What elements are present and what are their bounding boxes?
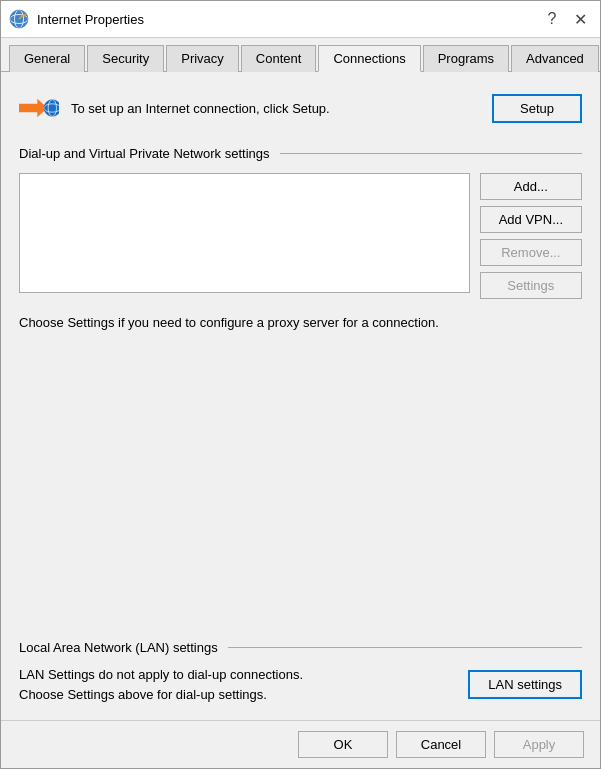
internet-properties-icon bbox=[9, 9, 29, 29]
remove-button[interactable]: Remove... bbox=[480, 239, 582, 266]
close-button[interactable]: ✕ bbox=[568, 7, 592, 31]
lan-section-label: Local Area Network (LAN) settings bbox=[19, 640, 218, 655]
vpn-area: Add... Add VPN... Remove... Settings bbox=[19, 173, 582, 299]
lan-text-line1: LAN Settings do not apply to dial-up con… bbox=[19, 667, 303, 682]
lan-description: LAN Settings do not apply to dial-up con… bbox=[19, 665, 458, 704]
tab-bar: General Security Privacy Content Connect… bbox=[1, 38, 600, 72]
lan-text-line2: Choose Settings above for dial-up settin… bbox=[19, 687, 267, 702]
settings-note: Choose Settings if you need to configure… bbox=[19, 315, 582, 330]
lan-section: Local Area Network (LAN) settings LAN Se… bbox=[19, 634, 582, 704]
tab-connections[interactable]: Connections bbox=[318, 45, 420, 72]
settings-button[interactable]: Settings bbox=[480, 272, 582, 299]
title-bar: Internet Properties ? ✕ bbox=[1, 1, 600, 38]
add-button[interactable]: Add... bbox=[480, 173, 582, 200]
tab-general[interactable]: General bbox=[9, 45, 85, 72]
ok-button[interactable]: OK bbox=[298, 731, 388, 758]
internet-properties-window: Internet Properties ? ✕ General Security… bbox=[0, 0, 601, 769]
tab-programs[interactable]: Programs bbox=[423, 45, 509, 72]
setup-description: To set up an Internet connection, click … bbox=[71, 101, 480, 116]
help-button[interactable]: ? bbox=[540, 7, 564, 31]
lan-section-header: Local Area Network (LAN) settings bbox=[19, 640, 582, 655]
apply-button[interactable]: Apply bbox=[494, 731, 584, 758]
tab-security[interactable]: Security bbox=[87, 45, 164, 72]
connection-icon bbox=[19, 88, 59, 128]
tab-advanced[interactable]: Advanced bbox=[511, 45, 599, 72]
svg-marker-6 bbox=[19, 99, 47, 117]
setup-button[interactable]: Setup bbox=[492, 94, 582, 123]
window-title: Internet Properties bbox=[37, 12, 540, 27]
dialup-section-label: Dial-up and Virtual Private Network sett… bbox=[19, 146, 270, 161]
lan-section-line bbox=[228, 647, 582, 648]
dialup-section-line bbox=[280, 153, 583, 154]
title-bar-controls: ? ✕ bbox=[540, 7, 592, 31]
vpn-list[interactable] bbox=[19, 173, 470, 293]
add-vpn-button[interactable]: Add VPN... bbox=[480, 206, 582, 233]
tab-privacy[interactable]: Privacy bbox=[166, 45, 239, 72]
spacer bbox=[19, 342, 582, 622]
lan-settings-button[interactable]: LAN settings bbox=[468, 670, 582, 699]
setup-row: To set up an Internet connection, click … bbox=[19, 88, 582, 128]
cancel-button[interactable]: Cancel bbox=[396, 731, 486, 758]
lan-row: LAN Settings do not apply to dial-up con… bbox=[19, 665, 582, 704]
vpn-buttons: Add... Add VPN... Remove... Settings bbox=[480, 173, 582, 299]
tab-content[interactable]: Content bbox=[241, 45, 317, 72]
bottom-bar: OK Cancel Apply bbox=[1, 720, 600, 768]
dialup-section-header: Dial-up and Virtual Private Network sett… bbox=[19, 146, 582, 161]
tab-content-area: To set up an Internet connection, click … bbox=[1, 72, 600, 720]
